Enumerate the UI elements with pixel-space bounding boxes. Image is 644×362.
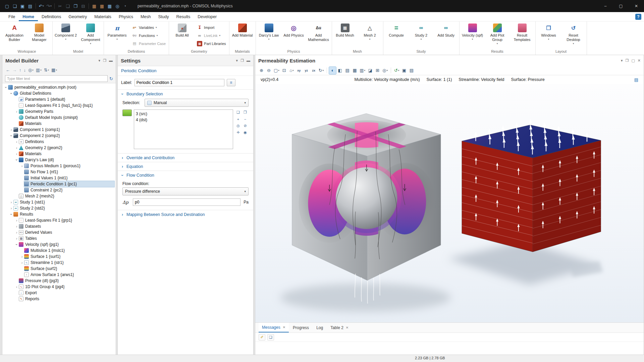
zoom-in-icon[interactable]: ⊕ [258,67,265,74]
tree-item-no-flow[interactable]: No Flow 1 {nf1} [2,169,116,175]
expander-icon[interactable]: › [14,152,19,156]
name-toggle-button[interactable]: ≡ [227,79,235,86]
view-xy-icon[interactable]: xy [296,67,303,74]
expander-icon[interactable]: › [14,230,19,234]
redo-icon[interactable]: ↷▾ [45,2,53,10]
boundary-selection-header[interactable]: ›Boundary Selection [118,90,253,98]
sort-options-icon[interactable]: ⇅▾ [43,67,50,73]
panel-menu-icon[interactable]: ▾ [621,58,623,63]
print-icon[interactable]: ▤ [408,67,415,74]
menu-developer[interactable]: Developer [194,12,220,21]
remove-selection-icon[interactable]: − [242,116,248,122]
flow-condition-dropdown[interactable]: Pressure difference ▾ [122,187,249,195]
component2-button[interactable]: Component 2▾ [54,22,78,47]
nav-back-icon[interactable]: ← [5,67,11,73]
functions-button[interactable]: Functions▾ [130,32,168,39]
flow-condition-header[interactable]: ›Flow Condition [118,171,253,179]
panel-float-icon[interactable]: ❐ [240,58,244,63]
expander-icon[interactable]: › [14,236,19,240]
undo-icon[interactable]: ↶▾ [38,2,45,10]
compare-icon[interactable]: ▤ [26,2,34,10]
panel-float-icon[interactable]: ❐ [103,58,106,63]
minimize-button[interactable]: – [598,0,613,12]
close-tab-icon[interactable]: ✕ [346,326,348,329]
add-study-button[interactable]: Add Study [434,22,458,47]
compute-button[interactable]: Compute [384,22,409,47]
tree-item-surface1[interactable]: ›Surface 1 {surf1} [2,254,116,260]
tree-item-pressure-group[interactable]: Pressure (dl) {pg3} [2,278,116,284]
clear-messages-icon[interactable]: ✐ [259,334,265,341]
tree-item-lsq-results[interactable]: ›Least-Squares Fit 1 {grp1} [2,217,116,223]
boundary-selection-list[interactable]: 3 (src) 4 (dst) [134,109,233,149]
zoom-box-icon[interactable]: ⊡ [281,67,288,74]
menu-materials[interactable]: Materials [91,12,115,21]
close-button[interactable]: ✕ [629,0,644,12]
tree-item-export[interactable]: Export [2,290,116,296]
menu-home[interactable]: Home [19,12,38,21]
tree-item-datasets[interactable]: ›Datasets [2,223,116,229]
expander-icon[interactable]: › [9,128,13,132]
parameter-case-button[interactable]: Parameter Case [130,40,168,47]
move-up-icon[interactable]: ↑ [18,67,22,73]
window-grid2-icon[interactable]: ▦ [98,2,106,10]
menu-mesh[interactable]: Mesh [137,12,155,21]
mapping-header[interactable]: ›Mapping Between Source and Destination [118,210,253,219]
expander-icon[interactable]: › [15,158,19,162]
tree-item-reports[interactable]: Reports [2,296,116,302]
highlight-selection-icon[interactable]: ◉ [242,130,248,135]
tree-item-porous-medium[interactable]: ›Porous Medium 1 {porous1} [2,163,116,169]
variables-button[interactable]: Variables▾ [130,24,168,31]
tree-item-results[interactable]: ›Results [2,211,116,217]
tree-item-derived-values[interactable]: ›Derived Values [2,229,116,235]
tree-item-component2[interactable]: ›Component 2 {comp2} [2,133,116,139]
tree-item-materials-global[interactable]: Materials [2,121,116,127]
tree-item-surface2[interactable]: Surface {surf2} [2,266,116,272]
copy-icon[interactable]: ❏ [64,2,71,10]
expander-icon[interactable]: › [20,255,24,259]
parameters-button[interactable]: Parameters▾ [105,22,129,47]
tree-item-periodic-condition[interactable]: Periodic Condition 1 {pc1} [2,181,116,187]
copy-messages-icon[interactable]: ❏ [267,334,274,341]
add-physics-button[interactable]: Add Physics [282,22,306,47]
tree-item-component1[interactable]: ›Component 1 {comp1} [2,127,116,133]
menu-definitions[interactable]: Definitions [38,12,65,21]
cut-icon[interactable]: ✂ [56,2,64,10]
mesh2-button[interactable]: Mesh 2▾ [358,22,382,47]
tree-item-parameters[interactable]: Parameters 1 {default} [2,96,116,102]
paste-icon[interactable]: ❐ [72,2,79,10]
rotate-view-icon[interactable]: ↻▾ [318,67,325,74]
expander-icon[interactable]: › [9,206,13,210]
tab-log[interactable]: Log [313,323,326,332]
override-header[interactable]: ›Override and Contribution [118,153,253,162]
add-material-button[interactable]: Add Material [230,22,255,47]
tree-item-global-definitions[interactable]: ›Global Definitions [2,90,116,96]
table-view-icon[interactable]: ▦ [351,67,358,74]
pressure-difference-input[interactable] [133,198,240,206]
tree-item-least-squares-fit[interactable]: Least-Squares Fit 1 {lsq1_fun1} {lsq1} [2,102,116,108]
expander-icon[interactable]: › [9,212,13,217]
expander-icon[interactable]: › [15,242,19,247]
selection-list-item[interactable]: 3 (src) [136,111,231,117]
add-component-button[interactable]: Add Component▾ [78,22,103,47]
refresh-icon[interactable]: ↻ [109,76,113,81]
expander-icon[interactable]: › [4,85,8,90]
plot-data-icon[interactable]: ▥▾ [359,67,366,74]
windows-button[interactable]: Windows▾ [537,22,561,47]
menu-physics[interactable]: Physics [115,12,137,21]
expander-icon[interactable]: › [14,146,19,150]
transparency-icon[interactable]: ◧ [336,67,343,74]
scene-settings-icon[interactable]: ◎▾ [381,67,389,74]
tab-table2[interactable]: Table 2✕ [327,323,352,332]
move-down-icon[interactable]: ↓ [23,67,27,73]
tree-item-arrow-surface[interactable]: Arrow Surface 1 {arws1} [2,272,116,278]
add-selection-icon[interactable]: + [235,116,241,122]
tab-progress[interactable]: Progress [289,323,312,332]
result-templates-button[interactable]: Result Templates [510,22,534,47]
panel-collapse-icon[interactable]: ▬ [247,58,250,62]
go-to-default-view-icon[interactable]: ⌂▾ [288,67,295,74]
tree-item-materials-comp2[interactable]: ›Materials [2,151,116,157]
zoom-selection-icon[interactable]: ◎ [235,123,241,129]
clip-plane-icon[interactable]: ◪ [367,67,374,74]
selection-dropdown[interactable]: Manual ▾ [145,99,249,107]
tree-item-default-model-inputs[interactable]: Default Model Inputs {cminpt} [2,115,116,121]
